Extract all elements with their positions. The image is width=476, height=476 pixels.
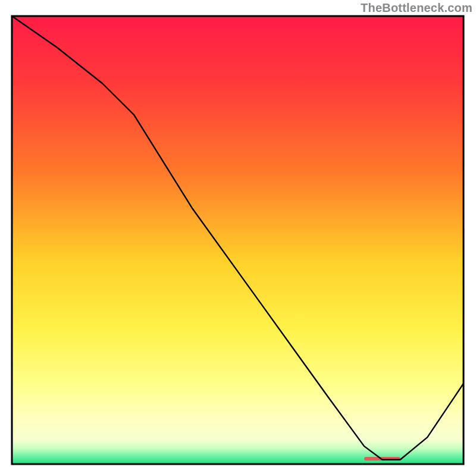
chart-background: [12, 16, 464, 464]
chart-stage: TheBottleneck.com: [0, 0, 476, 476]
bottleneck-chart: [0, 0, 476, 476]
